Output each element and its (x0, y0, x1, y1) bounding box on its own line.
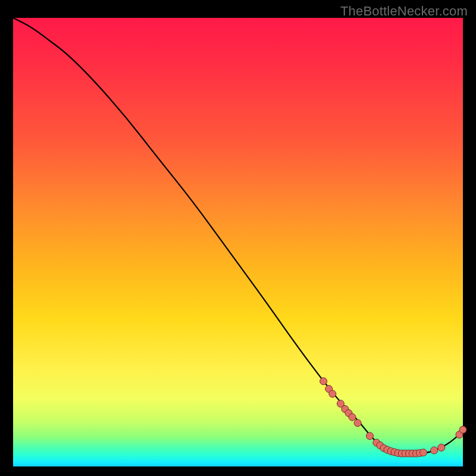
data-marker (438, 444, 445, 451)
data-marker (420, 449, 427, 456)
bottleneck-curve (13, 18, 463, 453)
curve-layer (13, 18, 463, 466)
chart-frame: TheBottleNecker.com (0, 0, 476, 476)
watermark-text: TheBottleNecker.com (340, 4, 468, 19)
data-marker (349, 414, 356, 421)
data-marker (329, 390, 336, 397)
gradient-plot-area (13, 18, 463, 466)
data-marker (320, 378, 327, 385)
data-marker (354, 419, 361, 427)
data-marker (431, 447, 438, 454)
data-marker (459, 426, 466, 433)
data-marker (367, 433, 374, 440)
